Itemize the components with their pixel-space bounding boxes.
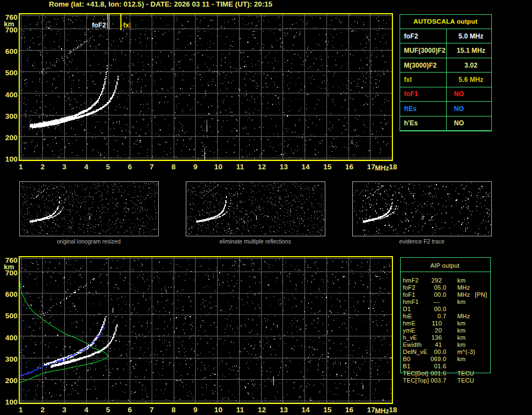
svg-text:10: 10 [214, 163, 223, 171]
svg-text:05.0: 05.0 [434, 284, 446, 291]
svg-text:292: 292 [431, 277, 442, 284]
svg-text:20: 20 [435, 327, 442, 334]
svg-text:17: 17 [367, 406, 375, 414]
svg-text:136: 136 [431, 334, 442, 341]
svg-text:MHz: MHz [375, 164, 389, 172]
svg-text:hmE: hmE [403, 320, 415, 327]
svg-text:km: km [457, 320, 465, 327]
svg-text:2: 2 [41, 406, 45, 414]
svg-text:500: 500 [5, 69, 18, 77]
svg-text:M(3000)F2: M(3000)F2 [404, 62, 437, 69]
svg-text:NO: NO [454, 90, 464, 98]
svg-text:17: 17 [367, 163, 375, 171]
svg-text:01.6: 01.6 [434, 363, 446, 369]
svg-text:12: 12 [258, 163, 266, 171]
svg-text:1: 1 [19, 406, 23, 414]
svg-text:TECU: TECU [457, 377, 474, 384]
svg-text:15: 15 [323, 406, 332, 414]
svg-text:---: --- [433, 298, 440, 305]
svg-text:16: 16 [345, 163, 354, 171]
svg-text:003.7: 003.7 [430, 377, 446, 384]
svg-text:evidence F2 trace: evidence F2 trace [399, 239, 445, 245]
svg-text:500: 500 [5, 312, 18, 320]
svg-text:foE: foE [403, 313, 412, 319]
svg-text:AIP output: AIP output [430, 262, 459, 269]
svg-text:100: 100 [5, 398, 18, 406]
svg-text:14: 14 [302, 406, 311, 414]
svg-text:km: km [457, 327, 465, 334]
svg-text:D1: D1 [403, 306, 411, 312]
svg-text:B1: B1 [403, 363, 411, 369]
svg-text:7: 7 [149, 163, 154, 171]
svg-text:hmF1: hmF1 [403, 298, 419, 305]
svg-text:300: 300 [5, 112, 18, 120]
svg-text:AUTOSCALA output: AUTOSCALA output [413, 18, 478, 25]
svg-text:5: 5 [106, 163, 110, 171]
svg-text:00.0: 00.0 [434, 291, 446, 298]
svg-text:600: 600 [5, 47, 18, 56]
svg-text:DelN_vE: DelN_vE [403, 348, 428, 355]
svg-text:5: 5 [106, 406, 110, 414]
svg-text:Ewidth: Ewidth [403, 341, 422, 348]
svg-text:MHz: MHz [457, 291, 470, 298]
svg-text:m^(-3): m^(-3) [457, 348, 475, 355]
svg-text:6: 6 [128, 163, 132, 171]
svg-text:16: 16 [345, 406, 354, 414]
svg-text:MHz: MHz [457, 313, 470, 319]
svg-text:41: 41 [435, 341, 442, 348]
svg-text:18: 18 [389, 163, 397, 171]
svg-text:km: km [457, 277, 465, 284]
svg-text:eliminate multiple reflections: eliminate multiple reflections [219, 239, 291, 245]
svg-text:00.0: 00.0 [434, 348, 446, 355]
svg-text:foF2: foF2 [92, 21, 106, 29]
svg-text:8: 8 [171, 406, 176, 414]
svg-text:NO: NO [454, 105, 464, 113]
svg-text:300: 300 [5, 355, 18, 363]
svg-text:9: 9 [193, 163, 198, 171]
svg-text:8: 8 [171, 163, 176, 171]
svg-text:1: 1 [19, 163, 23, 171]
svg-text:4: 4 [84, 163, 88, 171]
svg-text:0.7: 0.7 [437, 313, 446, 319]
svg-text:3: 3 [62, 163, 66, 171]
svg-text:NO: NO [454, 119, 464, 127]
svg-text:5.6 MHz: 5.6 MHz [458, 76, 483, 84]
svg-text:3: 3 [62, 406, 66, 414]
svg-text:10: 10 [214, 406, 223, 414]
svg-text:fxI: fxI [404, 76, 412, 84]
svg-text:km: km [457, 356, 465, 362]
svg-text:13: 13 [280, 163, 289, 171]
svg-text:hmF2: hmF2 [403, 277, 419, 284]
svg-text:400: 400 [5, 91, 18, 99]
svg-text:foF2: foF2 [403, 284, 415, 291]
svg-text:100: 100 [5, 155, 18, 163]
svg-text:200: 200 [5, 134, 18, 142]
svg-text:14: 14 [302, 163, 311, 171]
svg-text:7: 7 [149, 406, 154, 414]
svg-text:12: 12 [258, 406, 266, 414]
svg-text:original ionogram resized: original ionogram resized [57, 239, 120, 245]
svg-text:h_vE: h_vE [403, 334, 417, 341]
svg-text:h'Es: h'Es [404, 119, 418, 127]
svg-text:2: 2 [41, 163, 45, 171]
svg-text:B0: B0 [403, 356, 411, 362]
svg-text:foF1: foF1 [403, 291, 415, 298]
svg-text:MHz: MHz [457, 284, 470, 291]
svg-text:km: km [4, 20, 14, 28]
svg-text:110: 110 [432, 320, 442, 327]
svg-text:600: 600 [5, 290, 18, 298]
svg-text:400: 400 [5, 334, 18, 342]
svg-text:11: 11 [236, 163, 245, 171]
svg-text:18: 18 [389, 406, 397, 414]
svg-text:km: km [457, 298, 465, 305]
svg-text:15: 15 [323, 163, 332, 171]
svg-text:foF1: foF1 [404, 90, 418, 98]
svg-text:ftEs: ftEs [404, 105, 417, 113]
svg-text:3.02: 3.02 [464, 62, 478, 69]
svg-text:13: 13 [280, 406, 289, 414]
svg-text:15.1 MHz: 15.1 MHz [457, 47, 485, 54]
svg-text:ymE: ymE [403, 327, 415, 334]
svg-text:MHz: MHz [375, 407, 389, 415]
svg-text:5.0 MHz: 5.0 MHz [458, 32, 483, 40]
svg-text:6: 6 [128, 406, 132, 414]
